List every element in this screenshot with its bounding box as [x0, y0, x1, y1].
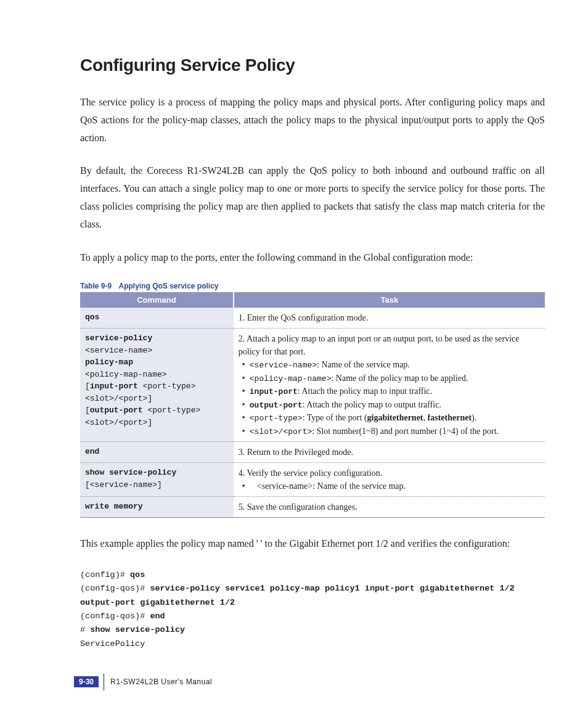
- page-number: 9-30: [74, 676, 99, 687]
- table-caption-number: Table 9-9: [80, 282, 112, 290]
- cmd-write-memory: write memory: [85, 502, 143, 511]
- command-table: Command Task qos 1. Enter the QoS config…: [80, 292, 545, 518]
- cli-example: (config)# qos (config-qos)# service-poli…: [80, 568, 545, 651]
- cmd-end: end: [85, 447, 99, 456]
- example-intro: This example applies the policy map name…: [80, 535, 545, 553]
- task-end: 3. Return to the Privileged mode.: [234, 442, 545, 463]
- table-row: show service-policy [<service-name>] 4. …: [80, 463, 545, 497]
- intro-paragraph-2: By default, the Corecess R1-SW24L2B can …: [80, 162, 545, 233]
- table-row: service-policy <service-name> policy-map…: [80, 329, 545, 442]
- table-caption: Table 9-9 Applying QoS service policy: [80, 282, 545, 290]
- cmd-show-service-policy: show service-policy [<service-name>]: [80, 463, 234, 497]
- table-row: write memory 5. Save the configuration c…: [80, 497, 545, 518]
- intro-paragraph-1: The service policy is a process of mappi…: [80, 94, 545, 147]
- cmd-service-policy: service-policy <service-name> policy-map…: [80, 329, 234, 442]
- th-command: Command: [80, 293, 234, 308]
- cmd-qos: qos: [85, 313, 99, 322]
- footer-doc-title: R1-SW24L2B User's Manual: [110, 677, 212, 686]
- task-service-policy: 2. Attach a policy map to an input port …: [234, 329, 545, 442]
- page-footer: 9-30 R1-SW24L2B User's Manual: [74, 673, 212, 690]
- table-row: end 3. Return to the Privileged mode.: [80, 442, 545, 463]
- task-write-memory: 5. Save the configuration changes.: [234, 497, 545, 518]
- footer-separator: [104, 673, 104, 690]
- task-show-service-policy: 4. Verify the service policy configurati…: [234, 463, 545, 497]
- intro-paragraph-3: To apply a policy map to the ports, ente…: [80, 249, 545, 267]
- table-caption-text: Applying QoS service policy: [118, 282, 218, 290]
- task-qos: 1. Enter the QoS configuration mode.: [234, 308, 545, 329]
- table-row: qos 1. Enter the QoS configuration mode.: [80, 308, 545, 329]
- th-task: Task: [234, 293, 545, 308]
- page-title: Configuring Service Policy: [80, 55, 545, 75]
